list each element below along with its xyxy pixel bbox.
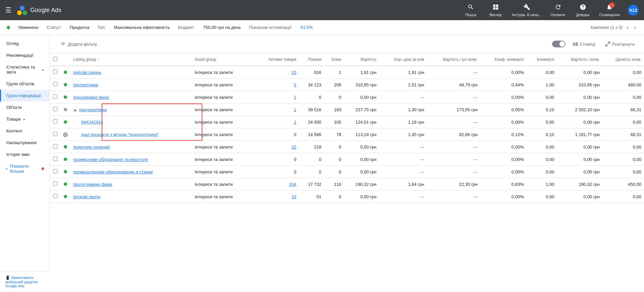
listing-group-link[interactable]: промышленное оборудование и станки: [73, 169, 153, 174]
active-goods-link[interactable]: 15: [292, 70, 296, 75]
toggle-switch[interactable]: [552, 41, 565, 47]
avg-cpc-cell: 1,91 грн: [379, 66, 427, 79]
select-all-checkbox[interactable]: [53, 57, 57, 61]
asset-group-cell: Інтереси та запити: [192, 141, 255, 153]
expand-button[interactable]: Розгорнути: [602, 39, 637, 49]
row-checkbox[interactable]: [53, 144, 57, 149]
sidebar-item-asset-groups-label: Групи об'єктів: [6, 81, 34, 86]
nav-tools[interactable]: Інструм. й нала...: [512, 4, 542, 17]
conversions-cell: 0,00: [527, 66, 557, 79]
listing-group-link[interactable]: протитуманні фари: [73, 182, 112, 187]
goods-expand-icon: ▸: [23, 117, 25, 121]
filter-button[interactable]: Додати фільтр: [56, 39, 101, 49]
col-clicks: Кліки: [324, 53, 344, 66]
sidebar-item-settings[interactable]: Налаштування: [0, 137, 49, 149]
sidebar-item-content[interactable]: Контент: [0, 125, 49, 137]
active-goods-link[interactable]: 1: [294, 120, 296, 125]
listing-group-link[interactable]: подогрев сидений: [73, 144, 110, 150]
avatar[interactable]: К13: [628, 5, 639, 15]
status-dot-green: [64, 195, 67, 198]
sidebar-footer-label: Завантажити мобільний додаток Google Ads: [5, 276, 38, 288]
sidebar-item-info-groups[interactable]: Групи інформації: [0, 90, 49, 101]
opt-value[interactable]: 63,5%: [300, 25, 313, 30]
active-goods-link[interactable]: 104: [289, 182, 296, 187]
row-checkbox-cell: [50, 141, 60, 153]
sidebar-item-history[interactable]: Історія змін: [0, 149, 49, 160]
listing-group-link[interactable]: 944342643: [81, 120, 103, 125]
nav-view[interactable]: Вигляд: [487, 4, 504, 17]
conv-value-cell: 0,00: [602, 166, 644, 178]
active-goods-link[interactable]: 15: [292, 144, 296, 150]
table-row: ▲подлокотникиІнтереси та запити139 51618…: [50, 103, 644, 116]
campaign-prev-button[interactable]: ‹: [625, 23, 630, 32]
enabled-label: Увімкнено: [18, 25, 39, 30]
listing-group-link[interactable]: промислове обладнання та верстати: [73, 157, 148, 162]
status-cell: [60, 178, 70, 191]
campaign-next-button[interactable]: ›: [633, 23, 637, 32]
columns-button[interactable]: Стовпці: [569, 39, 598, 49]
conv-rate-cell: 0,00%: [480, 66, 527, 79]
sidebar-item-objects[interactable]: Об'єкти: [0, 101, 49, 113]
nav-notifications[interactable]: 1 Сповіщення: [599, 4, 620, 17]
shows-cell: 39 516: [299, 103, 324, 116]
listing-group-link[interactable]: рускові проти: [73, 194, 100, 199]
conversions-cell: 0,10: [527, 128, 557, 141]
clicks-cell: 0: [324, 91, 344, 103]
value-conv-cell: 0,00 грн: [557, 91, 602, 103]
status-cell: [60, 153, 70, 166]
row-checkbox[interactable]: [53, 169, 57, 173]
nav-search[interactable]: Пошук: [462, 4, 479, 17]
row-checkbox[interactable]: [53, 107, 57, 111]
nav-help[interactable]: Довідка: [575, 4, 591, 17]
conversions-cell: 0,00: [527, 191, 557, 203]
sidebar-item-goods-label: Товари: [6, 117, 21, 122]
sidebar-item-recommendations[interactable]: Рекомендації: [0, 49, 49, 61]
shows-cell: 0: [299, 91, 324, 103]
value-conv-cell: 0,00 грн: [557, 166, 602, 178]
row-checkbox[interactable]: [53, 132, 57, 136]
row-checkbox[interactable]: [53, 181, 57, 186]
listing-group-link[interactable]: підігрів сидінь: [73, 70, 101, 75]
sidebar-item-content-label: Контент: [6, 128, 22, 133]
active-goods-link[interactable]: 19: [292, 194, 296, 199]
row-checkbox[interactable]: [53, 119, 57, 124]
nav-refresh[interactable]: Оновити: [550, 4, 566, 17]
sidebar-item-goods[interactable]: Товари ▸: [0, 113, 49, 125]
row-checkbox[interactable]: [53, 82, 57, 86]
avg-cpc-cell: —: [379, 91, 427, 103]
expand-icon: [605, 41, 611, 47]
row-checkbox[interactable]: [53, 194, 57, 198]
active-goods-cell: 1: [255, 116, 299, 128]
hamburger-menu[interactable]: ☰: [5, 6, 11, 14]
content-area: Додати фільтр Стовпці Розгорнути: [50, 35, 644, 292]
listing-group-link[interactable]: подлокотники: [79, 107, 107, 112]
toolbar-right: Стовпці Розгорнути: [552, 39, 637, 49]
sidebar-item-statistics-label: Статистика та звіти: [6, 65, 40, 75]
sidebar-item-statistics[interactable]: Статистика та звіти ▸: [0, 61, 49, 78]
col-avg-cpc: Сер. ціна за клік: [379, 53, 427, 66]
sidebar-item-overview[interactable]: Огляд: [0, 38, 49, 49]
status-cell: [60, 79, 70, 91]
columns-label: Стовпці: [580, 42, 595, 47]
asset-group-cell: Інтереси та запити: [192, 153, 255, 166]
sidebar-show-more[interactable]: + Показати більше: [0, 160, 49, 177]
table-body: підігрів сидіньІнтереси та запити1591611…: [50, 66, 644, 203]
table-row: подогрев сиденийІнтереси та запити152180…: [50, 141, 644, 153]
col-listing-group[interactable]: Listing group ↑: [70, 53, 192, 66]
active-goods-link[interactable]: 1: [294, 95, 296, 100]
row-checkbox[interactable]: [53, 94, 57, 99]
row-checkbox[interactable]: [53, 70, 57, 74]
asset-group-cell: Інтереси та запити: [192, 166, 255, 178]
active-goods-link[interactable]: 1: [294, 107, 296, 112]
expand-collapse-icon[interactable]: ▲: [73, 108, 77, 112]
active-goods-link[interactable]: 5: [294, 82, 296, 87]
sidebar-footer[interactable]: 📱 Завантажити мобільний додаток Google A…: [0, 271, 50, 292]
listing-group-link[interactable]: Інші продукти з міткою "подлокотники": [81, 132, 159, 137]
nav-tools-label: Інструм. й нала...: [512, 13, 542, 17]
row-checkbox[interactable]: [53, 157, 57, 161]
listing-group-link[interactable]: підлокітники: [73, 82, 98, 87]
listing-group-link[interactable]: підсилювачі звуку: [73, 95, 109, 100]
asset-group-cell: Інтереси та запити: [192, 178, 255, 191]
avg-cpc-cell: 1,45 грн: [379, 128, 427, 141]
sidebar-item-asset-groups[interactable]: Групи об'єктів: [0, 78, 49, 90]
